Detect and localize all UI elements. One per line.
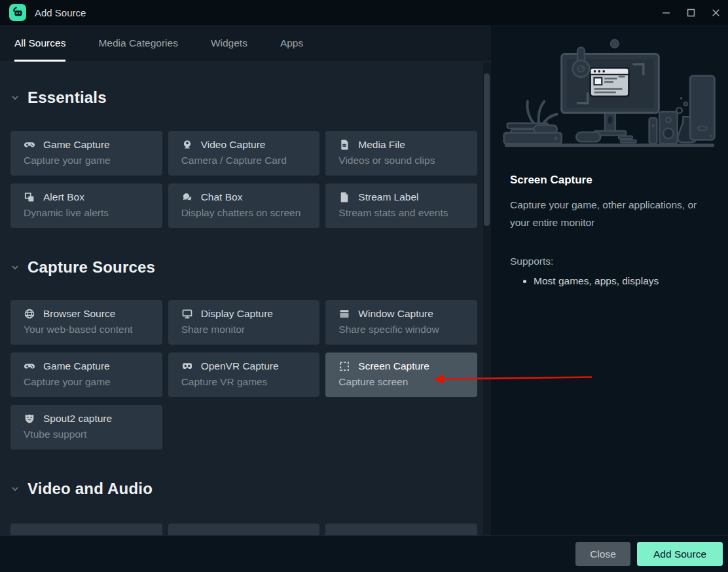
chevron-down-icon[interactable] [10, 484, 20, 493]
section-video-and-audio: Video and Audio [10, 480, 477, 535]
chevron-down-icon[interactable] [10, 263, 20, 272]
supports-label: Supports: [510, 256, 710, 267]
card-subtitle: Camera / Capture Card [181, 155, 312, 166]
media-file-icon [338, 139, 350, 151]
dialog-footer: Close Add Source [0, 535, 728, 572]
dialog-body: All SourcesMedia CategoriesWidgetsApps E… [0, 25, 728, 535]
section-title: Capture Sources [27, 258, 155, 276]
card-title: Window Capture [358, 308, 433, 320]
card-title: Stream Label [358, 191, 418, 203]
gamepad-icon [24, 139, 35, 151]
card-spout2-capture[interactable]: Spout2 captureVtube support [10, 405, 162, 449]
card-subtitle: Display chatters on screen [181, 207, 312, 219]
mask-icon [24, 413, 35, 425]
source-list-panel: All SourcesMedia CategoriesWidgetsApps E… [0, 25, 491, 535]
card-title: Screen Capture [358, 360, 429, 372]
webcam-icon [181, 139, 193, 151]
window-icon [338, 308, 350, 320]
card-browser-source[interactable]: Browser SourceYour web-based content [10, 300, 162, 345]
scrollbar-thumb[interactable] [484, 73, 490, 226]
card-window-capture[interactable]: Window CaptureShare specific window [325, 300, 477, 345]
card-title: Media File [358, 139, 405, 151]
card-game-capture[interactable]: Game CaptureCapture your game [10, 131, 162, 176]
section-essentials: EssentialsGame CaptureCapture your gameV… [10, 88, 477, 228]
close-button[interactable] [703, 0, 728, 25]
window-title: Add Source [35, 7, 86, 18]
minimize-button[interactable] [653, 0, 678, 25]
detail-content: Screen Capture Capture your game, other … [491, 174, 728, 288]
card-media-file[interactable]: Media FileVideos or sound clips [325, 131, 477, 176]
card-title: Spout2 capture [43, 413, 112, 425]
window-controls [653, 0, 728, 25]
globe-icon [24, 308, 35, 320]
card-display-capture[interactable]: Display CaptureShare monitor [168, 300, 320, 345]
detail-description: Capture your game, other applications, o… [510, 196, 710, 231]
detail-title: Screen Capture [510, 174, 710, 187]
section-capture-sources: Capture SourcesBrowser SourceYour web-ba… [10, 258, 477, 449]
card-title: Game Capture [43, 139, 110, 151]
card-title: Game Capture [43, 360, 110, 372]
card-subtitle: Capture VR games [181, 376, 312, 388]
card-subtitle: Capture your game [24, 376, 155, 388]
desk-setup-illustration [500, 36, 719, 151]
alert-box-icon [24, 191, 35, 203]
card-subtitle: Capture screen [338, 376, 469, 388]
card-title: Alert Box [43, 191, 84, 203]
card-subtitle: Dynamic live alerts [24, 207, 155, 219]
tab-widgets[interactable]: Widgets [211, 25, 247, 62]
card-title: Video Capture [201, 139, 266, 151]
supports-item: Most games, apps, displays [534, 275, 710, 288]
card-partial[interactable] [10, 524, 162, 535]
streamlabs-logo-icon [9, 4, 26, 21]
card-chat-box[interactable]: Chat BoxDisplay chatters on screen [168, 183, 320, 228]
card-subtitle: Stream stats and events [338, 207, 469, 219]
card-video-capture[interactable]: Video CaptureCamera / Capture Card [168, 131, 320, 176]
card-openvr-capture[interactable]: OpenVR CaptureCapture VR games [168, 353, 320, 397]
monitor-icon [181, 308, 193, 320]
card-title: OpenVR Capture [201, 360, 279, 372]
chat-box-icon [181, 191, 193, 203]
card-title: Display Capture [201, 308, 273, 320]
chevron-down-icon[interactable] [10, 93, 20, 102]
card-subtitle: Videos or sound clips [338, 155, 469, 166]
tab-media-categories[interactable]: Media Categories [98, 25, 177, 62]
card-alert-box[interactable]: Alert BoxDynamic live alerts [10, 183, 162, 228]
supports-list: Most games, apps, displays [510, 275, 710, 288]
tab-apps[interactable]: Apps [280, 25, 303, 62]
card-subtitle: Share monitor [181, 324, 312, 335]
card-title: Browser Source [43, 308, 115, 320]
card-subtitle: Vtube support [24, 429, 155, 440]
add-source-window: Add Source All SourcesMedia CategoriesWi… [0, 0, 728, 572]
gamepad-icon [24, 360, 35, 372]
card-partial[interactable] [168, 524, 320, 535]
source-sections: EssentialsGame CaptureCapture your gameV… [0, 88, 491, 535]
vr-headset-icon [181, 360, 193, 372]
card-game-capture[interactable]: Game CaptureCapture your game [10, 353, 162, 397]
tab-bar: All SourcesMedia CategoriesWidgetsApps [0, 25, 491, 62]
maximize-button[interactable] [678, 0, 703, 25]
stream-label-icon [338, 191, 350, 203]
close-button[interactable]: Close [575, 542, 630, 566]
card-partial[interactable] [325, 524, 477, 535]
tab-all-sources[interactable]: All Sources [14, 25, 65, 62]
detail-panel: Screen Capture Capture your game, other … [491, 25, 728, 535]
card-title: Chat Box [201, 191, 243, 203]
section-title: Video and Audio [27, 480, 153, 498]
card-screen-capture[interactable]: Screen CaptureCapture screen [325, 353, 477, 397]
add-source-button[interactable]: Add Source [637, 542, 723, 566]
card-stream-label[interactable]: Stream LabelStream stats and events [325, 183, 477, 228]
card-subtitle: Your web-based content [24, 324, 155, 335]
title-bar: Add Source [0, 0, 728, 25]
card-subtitle: Share specific window [338, 324, 469, 335]
section-title: Essentials [27, 88, 107, 107]
screen-capture-icon [338, 360, 350, 372]
scrollbar-track[interactable] [483, 62, 491, 535]
card-subtitle: Capture your game [24, 155, 155, 166]
